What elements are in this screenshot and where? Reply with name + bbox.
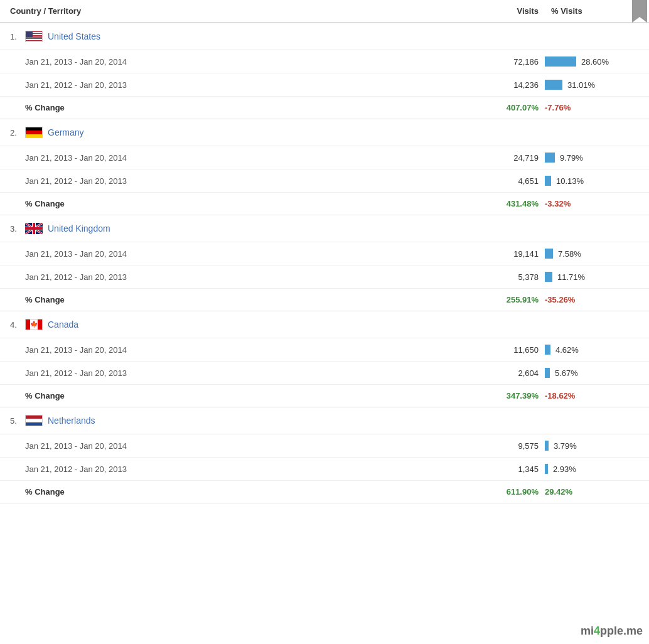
visits-value: 19,141: [463, 249, 539, 259]
data-row: Jan 21, 2013 - Jan 20, 201424,7199.79%: [0, 146, 649, 169]
country-name[interactable]: United States: [48, 31, 100, 41]
period-label: Jan 21, 2012 - Jan 20, 2013: [25, 464, 463, 474]
visits-bar: [545, 249, 553, 259]
country-name[interactable]: United Kingdom: [48, 223, 110, 233]
period-label: Jan 21, 2013 - Jan 20, 2014: [25, 345, 463, 355]
bar-container: 11.71%: [539, 272, 639, 282]
flag-de: [25, 127, 43, 138]
bar-container: 31.01%: [539, 80, 639, 90]
bar-container: 28.60%: [539, 56, 639, 67]
country-section: 3. United KingdomJan 21, 2013 - Jan 20, …: [0, 215, 649, 311]
countries-list: 1.United StatesJan 21, 2013 - Jan 20, 20…: [0, 23, 649, 503]
data-row: Jan 21, 2013 - Jan 20, 201411,6504.62%: [0, 338, 649, 362]
period-label: Jan 21, 2012 - Jan 20, 2013: [25, 368, 463, 378]
period-label: Jan 21, 2012 - Jan 20, 2013: [25, 80, 463, 90]
visits-bar: [545, 80, 562, 90]
table-header: Country / Territory Visits % Visits: [0, 0, 649, 23]
bookmark-icon: [630, 0, 649, 25]
country-section: 4.🍁CanadaJan 21, 2013 - Jan 20, 201411,6…: [0, 311, 649, 407]
country-name[interactable]: Canada: [48, 319, 78, 330]
country-header-ca: 4.🍁Canada: [0, 311, 649, 338]
data-row: Jan 21, 2012 - Jan 20, 20134,65110.13%: [0, 169, 649, 193]
country-section: 2.GermanyJan 21, 2013 - Jan 20, 201424,7…: [0, 119, 649, 215]
flag-nl: [25, 415, 43, 426]
bar-container: 3.79%: [539, 441, 639, 451]
change-pct-visits: -3.32%: [539, 199, 639, 208]
bar-container: 9.79%: [539, 153, 639, 163]
visits-bar: [545, 176, 551, 186]
country-section: 1.United StatesJan 21, 2013 - Jan 20, 20…: [0, 23, 649, 119]
change-row: % Change407.07%-7.76%: [0, 97, 649, 119]
visits-bar: [545, 272, 552, 282]
visits-bar: [545, 153, 555, 163]
period-label: Jan 21, 2013 - Jan 20, 2014: [25, 57, 463, 67]
flag-us: [25, 31, 43, 42]
visits-value: 4,651: [463, 176, 539, 186]
svg-rect-8: [25, 227, 43, 230]
country-rank: 2.: [10, 128, 25, 137]
header-pct-visits: % Visits: [539, 6, 639, 16]
change-row: % Change255.91%-35.26%: [0, 289, 649, 311]
country-name[interactable]: Germany: [48, 127, 84, 137]
visits-value: 14,236: [463, 80, 539, 90]
flag-ca: 🍁: [25, 319, 43, 330]
change-visits-pct: 431.48%: [463, 199, 539, 208]
visits-value: 24,719: [463, 153, 539, 163]
data-row: Jan 21, 2012 - Jan 20, 20135,37811.71%: [0, 266, 649, 289]
visits-bar: [545, 345, 550, 355]
visits-bar: [545, 368, 550, 378]
bar-container: 2.93%: [539, 464, 639, 474]
change-label: % Change: [25, 103, 463, 112]
country-header-de: 2.Germany: [0, 119, 649, 146]
bar-container: 10.13%: [539, 176, 639, 186]
header-visits: Visits: [463, 6, 539, 16]
change-label: % Change: [25, 199, 463, 208]
flag-uk: [25, 223, 43, 234]
period-label: Jan 21, 2013 - Jan 20, 2014: [25, 153, 463, 163]
pct-value: 28.60%: [581, 57, 609, 67]
header-country: Country / Territory: [10, 6, 463, 16]
country-rank: 5.: [10, 416, 25, 426]
data-row: Jan 21, 2012 - Jan 20, 20132,6045.67%: [0, 362, 649, 385]
country-section: 5.NetherlandsJan 21, 2013 - Jan 20, 2014…: [0, 407, 649, 503]
data-row: Jan 21, 2013 - Jan 20, 201419,1417.58%: [0, 242, 649, 266]
period-label: Jan 21, 2012 - Jan 20, 2013: [25, 176, 463, 186]
change-pct-visits: -7.76%: [539, 103, 639, 112]
pct-value: 7.58%: [558, 249, 581, 259]
change-visits-pct: 255.91%: [463, 295, 539, 304]
change-row: % Change431.48%-3.32%: [0, 193, 649, 215]
visits-value: 11,650: [463, 345, 539, 355]
visits-value: 1,345: [463, 464, 539, 474]
change-pct-visits: -35.26%: [539, 295, 639, 304]
visits-value: 2,604: [463, 368, 539, 378]
change-label: % Change: [25, 391, 463, 400]
pct-value: 2.93%: [553, 464, 576, 474]
pct-value: 11.71%: [557, 272, 585, 282]
change-visits-pct: 347.39%: [463, 391, 539, 400]
change-visits-pct: 611.90%: [463, 487, 539, 496]
bar-container: 4.62%: [539, 345, 639, 355]
visits-bar: [545, 441, 549, 451]
country-rank: 3.: [10, 224, 25, 233]
visits-value: 72,186: [463, 57, 539, 67]
country-header-uk: 3. United Kingdom: [0, 215, 649, 242]
pct-value: 31.01%: [567, 80, 595, 90]
country-rank: 4.: [10, 320, 25, 330]
data-row: Jan 21, 2013 - Jan 20, 20149,5753.79%: [0, 434, 649, 458]
data-row: Jan 21, 2013 - Jan 20, 201472,18628.60%: [0, 50, 649, 73]
visits-value: 5,378: [463, 272, 539, 282]
visits-bar: [545, 56, 576, 67]
data-row: Jan 21, 2012 - Jan 20, 201314,23631.01%: [0, 73, 649, 97]
bar-container: 7.58%: [539, 249, 639, 259]
pct-value: 4.62%: [555, 345, 579, 355]
country-name[interactable]: Netherlands: [48, 416, 95, 426]
change-visits-pct: 407.07%: [463, 103, 539, 112]
bar-container: 5.67%: [539, 368, 639, 378]
watermark: mi4pple.me: [581, 625, 643, 638]
country-rank: 1.: [10, 32, 25, 41]
period-label: Jan 21, 2012 - Jan 20, 2013: [25, 272, 463, 282]
change-label: % Change: [25, 295, 463, 304]
change-label: % Change: [25, 487, 463, 496]
change-row: % Change347.39%-18.62%: [0, 385, 649, 407]
table-container: Country / Territory Visits % Visits 1.Un…: [0, 0, 649, 503]
